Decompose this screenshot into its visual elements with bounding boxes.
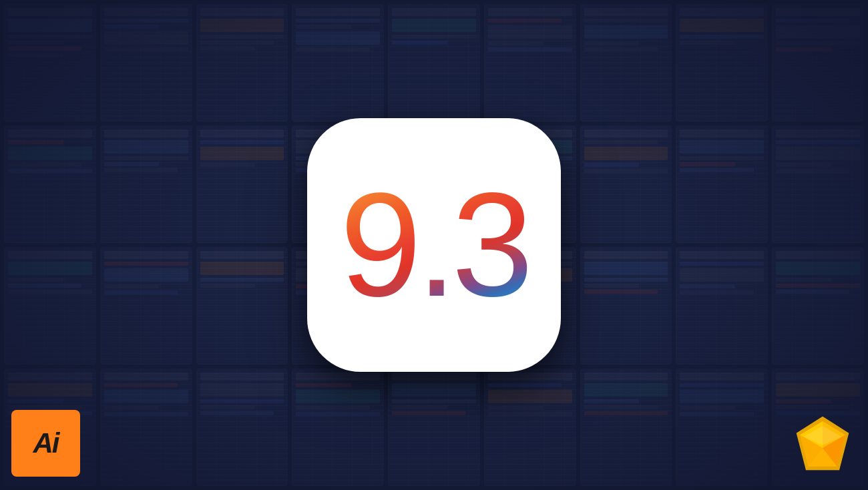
ios-icon-background: 9.3 — [307, 118, 561, 372]
ai-badge: Ai — [11, 410, 80, 477]
sketch-logo-icon — [793, 415, 853, 471]
ios-version-icon: 9.3 — [307, 118, 561, 372]
sketch-badge — [788, 410, 857, 477]
ai-label: Ai — [33, 429, 59, 457]
ai-badge-background: Ai — [11, 410, 80, 477]
ios-version-number: 9.3 — [340, 172, 528, 318]
